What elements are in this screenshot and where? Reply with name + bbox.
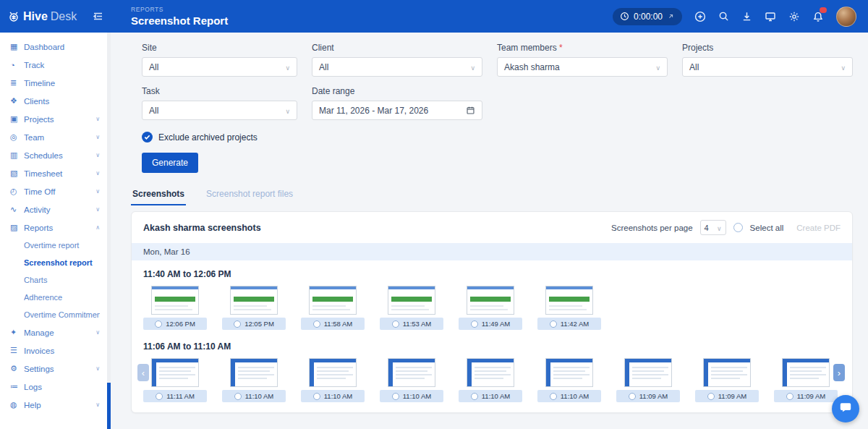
sidebar-item-reports[interactable]: ▨ Reports ∧ xyxy=(0,218,107,237)
screenshot-thumbnail[interactable] xyxy=(309,286,357,315)
settings-gear-icon[interactable] xyxy=(788,11,800,22)
per-page-select[interactable]: 4 xyxy=(700,220,726,235)
sidebar-item-dashboard[interactable]: ▦ Dashboard xyxy=(0,38,107,56)
sidebar-item-schedules[interactable]: ▥ Schedules ∨ xyxy=(0,146,107,164)
screenshot-thumbnail[interactable] xyxy=(467,286,514,315)
hivedesk-logo[interactable]: HiveDesk xyxy=(7,10,77,23)
sidebar-item-clients[interactable]: ❖ Clients xyxy=(0,92,107,110)
date-header: Mon, Mar 16 xyxy=(132,243,852,260)
sidebar-subitem-overtime-commitments[interactable]: Overtime Commitments xyxy=(0,306,107,323)
screenshot-thumbnail[interactable] xyxy=(309,358,357,387)
download-icon[interactable] xyxy=(741,11,752,22)
screenshot-thumbnail[interactable] xyxy=(151,358,199,387)
sidebar-item-help[interactable]: ◍ Help ∨ xyxy=(0,396,107,414)
task-select[interactable]: All xyxy=(142,101,297,120)
screenshot-time: 11:09 AM xyxy=(639,392,668,400)
screenshot-checkbox[interactable] xyxy=(471,320,478,328)
sidebar-item-timesheet[interactable]: ▧ Timesheet ∨ xyxy=(0,164,107,182)
screenshot-checkbox[interactable] xyxy=(550,320,557,328)
search-icon[interactable] xyxy=(718,11,729,22)
screenshot-checkbox[interactable] xyxy=(550,393,557,400)
screenshot-thumbnail[interactable] xyxy=(388,286,435,315)
screenshot-checkbox[interactable] xyxy=(471,393,478,400)
notifications-bell-icon[interactable] xyxy=(812,11,824,22)
user-avatar[interactable] xyxy=(836,7,856,27)
screenshot-thumbnail[interactable] xyxy=(467,358,514,387)
date-range-input[interactable]: Mar 11, 2026 - Mar 17, 2026 xyxy=(312,101,482,120)
screenshot-checkbox[interactable] xyxy=(629,393,636,400)
report-tabs: Screenshots Screenshot report files xyxy=(131,189,853,205)
sidebar-item-logs[interactable]: ≔ Logs xyxy=(0,378,107,396)
tab-screenshots[interactable]: Screenshots xyxy=(131,189,186,205)
site-label: Site xyxy=(142,43,297,53)
screenshot-item: 11:11 AM xyxy=(143,358,207,402)
exclude-archived-checkbox[interactable] xyxy=(142,132,153,143)
screenshot-checkbox[interactable] xyxy=(392,320,399,328)
screenshot-checkbox[interactable] xyxy=(392,393,399,400)
screenshot-caption: 11:09 AM xyxy=(774,390,838,402)
sidebar-item-activity[interactable]: ∿ Activity ∨ xyxy=(0,200,107,218)
manage-icon: ✦ xyxy=(10,328,24,337)
time-off-icon: ◴ xyxy=(10,187,24,196)
sidebar-item-label: Overtime report xyxy=(24,241,100,250)
screenshot-checkbox[interactable] xyxy=(234,320,241,328)
next-page-arrow[interactable] xyxy=(833,364,845,381)
chevron-icon: ∨ xyxy=(95,152,100,158)
create-pdf-button[interactable]: Create PDF xyxy=(796,224,841,232)
timer-widget[interactable]: 0:00:00 xyxy=(613,8,682,25)
screen-monitor-icon[interactable] xyxy=(765,11,776,22)
previous-page-arrow[interactable] xyxy=(137,364,149,381)
screenshot-thumbnail[interactable] xyxy=(624,358,672,387)
tab-screenshot-report-files[interactable]: Screenshot report files xyxy=(205,189,294,205)
sidebar-item-timeline[interactable]: ≣ Timeline xyxy=(0,74,107,92)
sidebar-subitem-adherence[interactable]: Adherence xyxy=(0,289,107,306)
screenshot-thumbnail[interactable] xyxy=(151,286,199,315)
generate-button[interactable]: Generate xyxy=(142,153,198,173)
brand-name-secondary: Desk xyxy=(51,10,77,23)
sidebar-item-label: Time Off xyxy=(24,187,95,196)
screenshot-thumbnail[interactable] xyxy=(703,358,751,387)
screenshot-caption: 11:10 AM xyxy=(459,390,522,402)
screenshot-item: 11:09 AM xyxy=(695,358,759,402)
sidebar-subitem-overtime-report[interactable]: Overtime report xyxy=(0,237,107,254)
sidebar-item-projects[interactable]: ▣ Projects ∨ xyxy=(0,110,107,128)
screenshot-checkbox[interactable] xyxy=(786,393,793,400)
screenshot-thumbnail[interactable] xyxy=(230,286,278,315)
site-select[interactable]: All xyxy=(142,57,297,77)
settings-icon: ⚙ xyxy=(10,364,24,373)
screenshot-caption: 12:05 PM xyxy=(222,318,286,330)
screenshot-checkbox[interactable] xyxy=(234,393,242,400)
projects-select[interactable]: All xyxy=(682,57,853,77)
team-members-select[interactable]: Akash sharma xyxy=(497,57,668,77)
screenshot-checkbox[interactable] xyxy=(313,320,320,328)
screenshot-checkbox[interactable] xyxy=(156,393,163,400)
sidebar-subitem-screenshot-report[interactable]: Screenshot report xyxy=(0,254,107,271)
sidebar-item-label: Help xyxy=(24,401,95,409)
add-icon[interactable] xyxy=(694,11,706,22)
select-all-checkbox[interactable] xyxy=(733,223,743,232)
screenshot-thumbnail[interactable] xyxy=(545,286,593,315)
sidebar-item-manage[interactable]: ✦ Manage ∨ xyxy=(0,323,107,341)
timesheet-icon: ▧ xyxy=(10,169,24,178)
sidebar-item-team[interactable]: ◎ Team ∨ xyxy=(0,128,107,146)
screenshot-thumbnail[interactable] xyxy=(782,358,830,387)
screenshot-thumbnail[interactable] xyxy=(545,358,593,387)
sidebar-subitem-charts[interactable]: Charts xyxy=(0,271,107,289)
client-select[interactable]: All xyxy=(312,57,482,77)
screenshot-thumbnail[interactable] xyxy=(388,358,435,387)
group-range-label: 11:06 AM to 11:10 AM xyxy=(143,341,841,352)
sidebar-collapse-icon[interactable] xyxy=(93,11,103,22)
screenshot-thumbnail[interactable] xyxy=(230,358,278,387)
sidebar-item-settings[interactable]: ⚙ Settings ∨ xyxy=(0,360,107,378)
sidebar-item-track[interactable]: ◔ Track xyxy=(0,56,107,74)
screenshot-caption: 11:49 AM xyxy=(459,318,522,330)
chat-widget-button[interactable] xyxy=(832,395,859,422)
team-icon: ◎ xyxy=(10,132,24,142)
screenshot-checkbox[interactable] xyxy=(313,393,320,400)
screenshot-checkbox[interactable] xyxy=(155,320,162,328)
sidebar-item-time-off[interactable]: ◴ Time Off ∨ xyxy=(0,182,107,200)
sidebar-item-invoices[interactable]: ☰ Invoices xyxy=(0,341,107,360)
screenshot-caption: 11:10 AM xyxy=(537,390,601,402)
screenshot-checkbox[interactable] xyxy=(707,393,715,400)
sidebar-item-label: Team xyxy=(24,133,95,142)
